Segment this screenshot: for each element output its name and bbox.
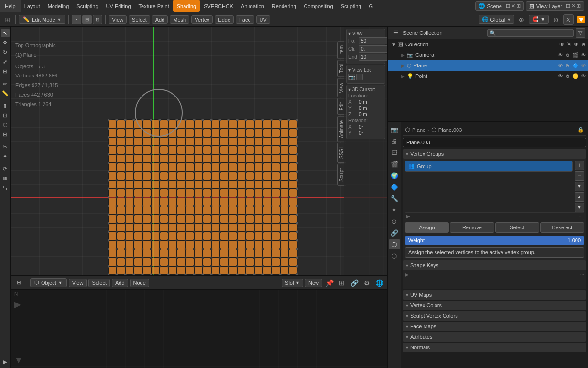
view-menu[interactable]: View xyxy=(109,15,127,24)
vertex-colors-header[interactable]: ▾ Vertex Colors xyxy=(403,301,586,310)
proportional-btn[interactable]: ⊙ xyxy=(551,14,561,25)
attributes-header[interactable]: ▾ Attributes xyxy=(403,332,586,342)
constraints-tab[interactable]: 🔗 xyxy=(389,227,400,238)
face-select-btn[interactable]: ⊡ xyxy=(93,15,102,24)
add-menu[interactable]: Add xyxy=(152,15,168,24)
vg-item-group[interactable]: 👥 Group xyxy=(405,161,572,171)
focal-length-input[interactable] xyxy=(359,37,387,44)
scale-tool[interactable]: ⤢ xyxy=(1,57,10,66)
collapse-tool-sidebar[interactable]: ◀ xyxy=(1,357,10,366)
transform-pivot-btn[interactable]: ⊕ xyxy=(516,14,527,25)
normals-header[interactable]: ▾ Normals xyxy=(403,343,586,352)
menu-layout[interactable]: Layout xyxy=(21,0,44,12)
link-btn[interactable]: 🔗 xyxy=(349,278,359,288)
slot-selector[interactable]: Slot ▼ xyxy=(282,279,303,287)
weight-field[interactable]: Weight 1.000 xyxy=(405,236,584,245)
coordinate-system[interactable]: 🌐 Global ▼ xyxy=(479,15,514,24)
snapping-btn[interactable]: 🧲 ▼ xyxy=(529,15,549,24)
annotate-tool[interactable]: ✏ xyxy=(1,79,10,88)
particles-tab[interactable]: ✦ xyxy=(389,205,400,215)
uv-menu[interactable]: UV xyxy=(256,15,270,24)
view-layer-tab[interactable]: 🖼 xyxy=(389,147,400,158)
deselect-button[interactable]: Deselect xyxy=(540,222,584,233)
lock-cam-btn[interactable] xyxy=(356,74,363,80)
spin-tool[interactable]: ⟳ xyxy=(1,164,10,173)
outliner-item-camera[interactable]: ▶ 📷 Camera 👁 🖱 🎬 👁 xyxy=(388,50,588,60)
edge-slide-tool[interactable]: ⇆ xyxy=(1,184,10,192)
menu-sculpting[interactable]: Sculpting xyxy=(73,0,102,12)
node-editor-type[interactable]: ⊞ xyxy=(13,278,24,288)
outliner-item-plane[interactable]: ▶ ⬡ Plane 👁 🖱 🔷 👁 xyxy=(388,60,588,71)
move-tool[interactable]: ✥ xyxy=(1,38,10,47)
smooth-tool[interactable]: ≋ xyxy=(1,174,10,183)
edge-menu[interactable]: Edge xyxy=(215,15,234,24)
menu-scripting[interactable]: Scripting xyxy=(337,0,365,12)
physics-tab[interactable]: ⊙ xyxy=(389,216,400,227)
menu-g[interactable]: G xyxy=(365,0,377,12)
outliner-editor-type[interactable]: ☰ xyxy=(391,28,401,38)
inset-tool[interactable]: ⊡ xyxy=(1,111,10,119)
bottom-add-btn[interactable]: Add xyxy=(112,279,128,287)
vg-remove-btn[interactable]: − xyxy=(575,171,584,181)
object-data-tab[interactable]: ⬡ xyxy=(389,239,400,249)
mode-selector[interactable]: ✏️ Edit Mode ▼ xyxy=(19,15,65,24)
node-editor-canvas[interactable]: N ▶ ▼ xyxy=(11,290,387,368)
world-tab[interactable]: 🌍 xyxy=(389,170,400,181)
menu-rendering[interactable]: Rendering xyxy=(268,0,300,12)
menu-texture-paint[interactable]: Texture Paint xyxy=(135,0,173,12)
menu-sverchok[interactable]: SVERCHOK xyxy=(200,0,237,12)
scene-selector[interactable]: 🌐 Scene ⊞ ✕ ⊞ xyxy=(475,1,524,11)
menu-compositing[interactable]: Compositing xyxy=(300,0,337,12)
bevel-tool[interactable]: ⬡ xyxy=(1,120,10,129)
vert-select-btn[interactable]: · xyxy=(72,15,81,24)
remove-button[interactable]: Remove xyxy=(450,222,494,233)
vg-down-btn[interactable]: ▼ xyxy=(575,203,584,212)
breadcrumb-plane[interactable]: Plane xyxy=(412,127,425,133)
select-button[interactable]: Select xyxy=(495,222,539,233)
vertex-groups-header[interactable]: ▾ Vertex Groups xyxy=(403,149,586,159)
bottom-select-btn[interactable]: Select xyxy=(88,279,110,287)
outliner-item-point[interactable]: ▶ 💡 Point 👁 🖱 🟡 👁 xyxy=(388,71,588,81)
collapse-btn[interactable]: ▼ xyxy=(14,356,23,366)
vertex-menu[interactable]: Vertex xyxy=(191,15,213,24)
menu-uv-editing[interactable]: UV Editing xyxy=(102,0,135,12)
bottom-view-btn[interactable]: View xyxy=(69,279,87,287)
vg-context-btn[interactable]: ▼ xyxy=(575,182,584,191)
settings-btn[interactable]: ⚙ xyxy=(361,278,372,288)
cursor-tool[interactable]: ↖ xyxy=(1,29,10,37)
assign-button[interactable]: Assign xyxy=(405,222,449,233)
new-material-btn[interactable]: New xyxy=(305,279,322,287)
pin-btn[interactable]: 📌 xyxy=(324,278,335,288)
object-tab[interactable]: 🔷 xyxy=(389,182,400,192)
vg-up-btn[interactable]: ▲ xyxy=(575,192,584,202)
viewport-area[interactable]: Top Orthographic (1) Plane Objects 1 / 3… xyxy=(11,27,387,368)
cursor-title[interactable]: ▾ 3D Cursor: xyxy=(348,87,383,92)
filter-btn[interactable]: 🔽 xyxy=(576,14,586,25)
overlay-btn[interactable]: 🌐 xyxy=(374,278,384,288)
outliner-item-collection[interactable]: ▼ 🖼 Collection 👁 🖱 👁 🖱 xyxy=(388,39,588,50)
view-section-title[interactable]: ▾ View xyxy=(348,31,383,36)
vg-expand-row[interactable]: ▶ ··· xyxy=(405,212,584,220)
shape-keys-header[interactable]: ▾ Shape Keys xyxy=(403,260,586,270)
help-menu[interactable]: Help xyxy=(0,0,21,12)
expand-btn[interactable]: ▶ xyxy=(14,299,21,310)
uv-maps-header[interactable]: ▾ UV Maps xyxy=(403,290,586,300)
select-menu[interactable]: Select xyxy=(129,15,150,24)
editor-type-btn[interactable]: ⊞ xyxy=(2,14,12,25)
transform-tool[interactable]: ⊞ xyxy=(1,67,10,76)
menu-animation[interactable]: Animation xyxy=(237,0,268,12)
object-name-field[interactable] xyxy=(403,138,586,147)
sculpt-vertex-colors-header[interactable]: ▾ Sculpt Vertex Colors xyxy=(403,311,586,321)
x-axis-mirror-btn[interactable]: X xyxy=(563,14,574,25)
loop-cut-tool[interactable]: ⊟ xyxy=(1,130,10,139)
bottom-node-btn[interactable]: Node xyxy=(130,279,149,287)
join-btn[interactable]: ⊞ xyxy=(337,278,347,288)
render-tab[interactable]: 📷 xyxy=(389,124,400,135)
knife-tool[interactable]: ✂ xyxy=(1,142,10,151)
modifier-tab[interactable]: 🔧 xyxy=(389,193,400,204)
output-tab[interactable]: 🖨 xyxy=(389,136,400,146)
object-mode-selector[interactable]: ⬡ Object ▼ xyxy=(30,278,67,287)
rotate-tool[interactable]: ↻ xyxy=(1,48,10,56)
scene-tab[interactable]: 🎬 xyxy=(389,159,400,169)
clip-start-input[interactable] xyxy=(359,45,387,53)
